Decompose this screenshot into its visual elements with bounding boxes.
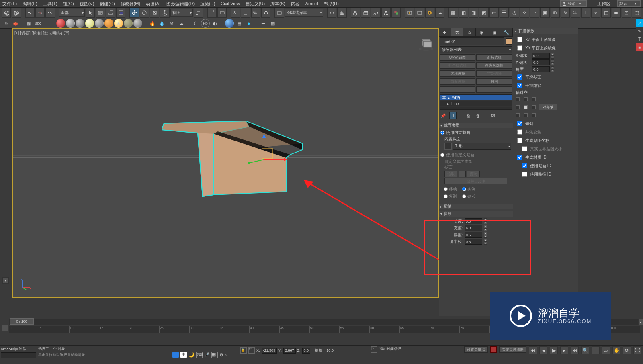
modifier-list-dropdown[interactable]: 修改器列表 (440, 46, 512, 53)
nav-pan-icon[interactable]: ✋ (612, 346, 620, 354)
tb-extra-8[interactable]: ✧ (520, 8, 529, 18)
pin-stack-icon[interactable]: 📌 (440, 112, 447, 119)
tb-extra-3[interactable]: ◨ (469, 8, 478, 18)
smooth-sec-check[interactable]: 平滑截面 (516, 73, 575, 81)
edit-named-sel-button[interactable] (274, 8, 284, 18)
mirror-xz-check[interactable]: XZ 平面上的镜像 (516, 36, 575, 43)
menu-grapheditor[interactable]: 图形编辑器(D) (166, 1, 195, 7)
visibility-eye-icon[interactable] (442, 96, 446, 100)
menu-render[interactable]: 渲染(R) (200, 1, 215, 7)
make-unique-icon[interactable]: ⎘ (465, 112, 472, 119)
tb-extra-1[interactable]: ▦ (448, 8, 458, 18)
tb-extra-13[interactable]: ⌘ (571, 8, 580, 18)
render-frame-button[interactable] (415, 8, 424, 18)
genuv-check[interactable]: 生成贴图坐标 (516, 137, 575, 144)
interp-header[interactable]: ▸插值 (439, 204, 513, 209)
radius-input[interactable]: 0.5 (465, 239, 482, 245)
genmat-check[interactable]: 生成材质 ID (516, 153, 575, 161)
ime-gear-icon[interactable]: ⚙ (219, 352, 223, 358)
ribbon-arrow-icon[interactable]: ↗ (636, 19, 643, 27)
menu-file[interactable]: 文件(F) (2, 1, 17, 7)
ribbon-pencil-icon[interactable]: ✎ (636, 27, 643, 35)
select-rotate-button[interactable] (140, 8, 149, 18)
goto-end-button[interactable]: ⏭ (571, 346, 579, 354)
z-field[interactable]: 0.0 (302, 348, 311, 354)
sweep-params-header[interactable]: ▾扫描参数 (513, 28, 578, 34)
radius-spin-buttons[interactable]: ▴▾ (484, 239, 487, 245)
sec-list-icon[interactable]: ☰ (259, 19, 268, 28)
tb-extra-6[interactable]: ☰ (500, 8, 509, 18)
sec-sphere-olive[interactable] (124, 19, 133, 28)
move-radio[interactable]: 移动 (444, 186, 457, 192)
next-frame-button[interactable]: ▸ (560, 346, 568, 354)
material-editor-button[interactable] (391, 8, 401, 18)
render-prod-button[interactable] (425, 8, 434, 18)
ime-chevron-icon[interactable]: » (225, 352, 227, 357)
spline-sel-button[interactable]: 样条线选择 (440, 62, 475, 69)
expand-arrow-icon[interactable]: ▸ (448, 96, 451, 100)
ref-coord-dropdown[interactable]: 视图 (170, 9, 193, 17)
sec-sphere-grey1[interactable] (66, 19, 75, 28)
tb-extra-10[interactable]: ▣ (540, 8, 549, 18)
curve-sel-button[interactable]: 曲面选择 (440, 78, 475, 85)
sec-sphere-orange[interactable] (104, 19, 113, 28)
modifier-stack[interactable]: ▸ 扫描 ▸ Line (440, 94, 512, 110)
params-header[interactable]: ▾参数 (439, 211, 513, 217)
sec-sphere-sun[interactable]: ☀ (114, 19, 123, 28)
union-check[interactable]: 并集交集 (516, 128, 575, 136)
ribbon-red-icon[interactable]: ■ (636, 43, 643, 51)
motion-tab[interactable]: ◉ (476, 28, 488, 36)
tilt-check[interactable]: 倾斜 (516, 120, 575, 127)
viewport-label[interactable]: [+] [透视] [标准] [默认明暗处理] (14, 31, 69, 36)
pivot-align-grid[interactable] (516, 97, 536, 117)
length-input[interactable]: 5.0 (465, 218, 482, 224)
tb-extra-2[interactable]: ◧ (459, 8, 468, 18)
section-swap-icon[interactable] (459, 171, 466, 177)
render-online-button[interactable]: ☁ (435, 8, 444, 18)
ime-kb-icon[interactable]: ⌨ (196, 352, 203, 358)
menu-tools[interactable]: 工具(T) (43, 1, 57, 7)
create-tab[interactable]: ✚ (439, 28, 451, 36)
menu-group[interactable]: 组(G) (63, 1, 74, 7)
utilities-tab[interactable]: 🔧 (500, 28, 513, 36)
schematic-view-button[interactable] (381, 8, 391, 18)
sec-globe-1[interactable] (225, 19, 234, 28)
set-key-button[interactable]: 设置关键点 (464, 346, 488, 353)
lock-sel-icon[interactable]: 🔒 (240, 347, 247, 354)
menu-edit[interactable]: 编辑(E) (23, 1, 37, 7)
nav-maximize-icon[interactable]: ⛶ (633, 346, 641, 354)
sec-sphere-red[interactable] (56, 19, 65, 28)
sec-fire-icon[interactable]: 🔥 (148, 19, 157, 28)
abs-rel-icon[interactable]: ⬚ (248, 347, 255, 354)
sec-snow-icon[interactable]: ❄ (167, 19, 176, 28)
ribbon-toggle-button[interactable] (361, 8, 370, 18)
sec-sphere-yel[interactable] (85, 19, 94, 28)
sec-chk-icon[interactable]: ▩ (268, 19, 277, 28)
tb-extra-16[interactable]: ◫ (601, 8, 610, 18)
nav-orbit-icon[interactable]: ⟳ (623, 346, 631, 354)
vol-sel-button[interactable]: 体积选择 (440, 70, 475, 77)
window-crossing-button[interactable] (116, 8, 125, 18)
menu-arnold[interactable]: Arnold (305, 1, 318, 6)
tb-extra-5[interactable]: ▭ (489, 8, 499, 18)
yoff-input[interactable]: 0.0 (532, 59, 550, 65)
autokey-button[interactable] (490, 346, 497, 353)
mirror-button[interactable] (327, 8, 336, 18)
builtin-section-dropdown[interactable]: T 形 (453, 143, 511, 150)
object-color-swatch[interactable] (506, 38, 512, 45)
goto-start-button[interactable]: ⏮ (529, 346, 537, 354)
usesec-check[interactable]: 使用截面 ID (520, 162, 575, 170)
width-input[interactable]: 6.0 (465, 225, 482, 231)
sec-misc-3[interactable]: ◐ (211, 19, 219, 28)
display-tab[interactable]: ▣ (488, 28, 501, 36)
smooth-path-check[interactable]: 平滑路径 (516, 82, 575, 89)
tb-extra-11[interactable]: ⧉ (551, 8, 560, 18)
merge-file-button[interactable]: 合并自文件 (444, 178, 507, 184)
tb-extra-19[interactable]: ⬚ (632, 8, 641, 18)
select-manipulate-button[interactable] (207, 8, 217, 18)
bind-spacewarp-button[interactable] (45, 8, 55, 18)
xoff-input[interactable]: 0.0 (532, 53, 550, 59)
remove-mod-icon[interactable]: 🗑 (474, 112, 481, 119)
align-button[interactable] (337, 8, 346, 18)
select-region-button[interactable] (106, 8, 115, 18)
